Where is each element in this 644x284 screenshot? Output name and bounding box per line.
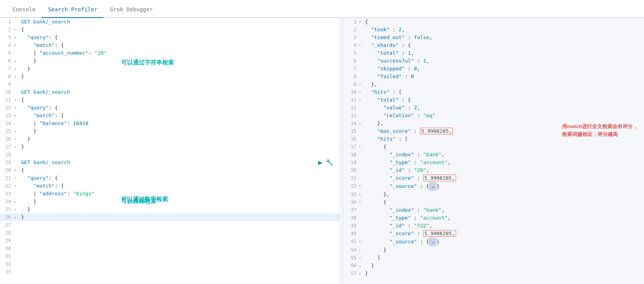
output-line-16: 16 "hits" : [ [343, 135, 644, 143]
editor-line-15: 15 ▴ } [0, 127, 340, 135]
editor-line-27: 27 [0, 221, 340, 229]
editor-line-16: 16 ▴ } [0, 135, 340, 143]
editor-line-20: 20 ▾ { [0, 166, 340, 174]
editor-line-24: 24 ▴ } [0, 198, 340, 205]
output-line-40: 40 "_score" : 5.9908285, [343, 230, 644, 238]
editor-line-10: 10 GET bank/_search [0, 88, 340, 96]
editor-line-29: 29 [0, 237, 340, 245]
editor-line-14: 14 | "balance": 16418 [0, 120, 340, 127]
score-2-value: 5.9908285, [423, 230, 456, 237]
editor-line-6: 6 ▴ } [0, 57, 340, 65]
editor-line-31: 31 [0, 252, 340, 260]
output-line-38: 38 "_type" : "account", [343, 214, 644, 222]
output-line-6: 6 "successful" : 1, [343, 57, 644, 65]
source-placeholder-1: … [429, 182, 436, 191]
output-line-54: 54 ▴ } [343, 246, 644, 254]
output-line-11: 11 ▾ "total" : { [343, 96, 644, 104]
output-line-39: 39 "_id" : "722", [343, 222, 644, 230]
output-line-18: 18 "_index" : "bank", [343, 151, 644, 159]
editor-line-25: 25 ▴ } [0, 205, 340, 213]
editor-line-28: 28 [0, 229, 340, 237]
editor-line-7: 7 ▴ } [0, 65, 340, 73]
run-button[interactable]: ▶ [318, 159, 322, 166]
output-line-55: 55 ▴ ] [343, 254, 644, 262]
output-line-8: 8 "failed" : 0 [343, 73, 644, 80]
output-line-41: 41 ▾ "_source" : {…} [343, 238, 644, 246]
tab-bar: Console Search Profiler Grok Debugger [0, 0, 644, 18]
output-line-12: 12 "value" : 2, [343, 104, 644, 112]
output-line-2: 2 "took" : 2, [343, 26, 644, 34]
editor-line-18: 18 [0, 151, 340, 159]
output-line-35: 35 ▴ }, [343, 191, 644, 198]
source-placeholder-2: … [429, 238, 436, 246]
panel-divider: ⋮ [340, 18, 343, 284]
output-line-17: 17 ▾ { [343, 143, 644, 151]
editor-line-30: 30 [0, 245, 340, 252]
output-line-15: 15 "max_score" : 5.9908285, [343, 127, 644, 135]
editor-line-2: 2 ▾ { [0, 26, 340, 34]
editor-line-9: 9 [0, 80, 340, 88]
editor-line-8: 8 ▴ } [0, 73, 340, 80]
action-buttons: ▶ 🔧 [318, 159, 333, 166]
editor-line-23: 23 | "address": "Kings" [0, 190, 340, 198]
editor-line-3: 3 ▾ "query": { [0, 34, 340, 41]
output-line-5: 5 "total" : 1, [343, 49, 644, 57]
tab-search-profiler[interactable]: Search Profiler [42, 2, 104, 18]
output-line-4: 4 ▾ "_shards" : { [343, 41, 644, 49]
wrench-button[interactable]: 🔧 [326, 159, 333, 166]
editor-line-1: 1 GET bank/_search [0, 18, 340, 26]
output-line-22: 22 ▾ "_source" : {…} [343, 182, 644, 191]
editor-line-4: 4 ▾ "match": { [0, 41, 340, 49]
output-line-19: 19 "_type" : "account", [343, 159, 644, 166]
main-layout: 可以通过字符串检索 1 GET bank/_search 2 ▾ { 3 ▾ "… [0, 18, 644, 284]
editor-line-12: 12 ▾ "query": { [0, 104, 340, 112]
max-score-value: 5.9908285, [420, 128, 453, 134]
editor-panel: 可以通过字符串检索 1 GET bank/_search 2 ▾ { 3 ▾ "… [0, 18, 340, 284]
query-block-2: 可以通过数字检索 10 GET bank/_search 11 ▾ { 12 ▾… [0, 88, 340, 159]
editor-line-11: 11 ▾ { [0, 96, 340, 104]
editor-line-22: 22 ▾ "match": { [0, 182, 340, 190]
editor-line-26: 26 ▴ } [0, 213, 340, 221]
output-line-56: 56 ▴ } [343, 262, 644, 270]
editor-line-32: 32 [0, 260, 340, 268]
editor-line-19: 19 GET bank/_search ▶ 🔧 [0, 159, 340, 166]
editor-line-17: 17 ▴ } [0, 143, 340, 151]
editor-line-21: 21 ▾ "query": { [0, 174, 340, 182]
score-1-value: 5.9908285, [423, 175, 456, 181]
output-line-36: 36 ▾ { [343, 198, 644, 206]
editor-line-5: 5 | "account_number": "20" [0, 49, 340, 57]
output-line-20: 20 "_id" : "20", [343, 166, 644, 174]
output-panel: 用match进行全文检索会有评分，检索词越相近，评分越高 1 ▾ { 2 "to… [343, 18, 644, 284]
output-line-21: 21 "_score" : 5.9908285, [343, 174, 644, 182]
editor-line-33: 33 [0, 268, 340, 276]
output-line-10: 10 ▾ "hits" : { [343, 88, 644, 96]
output-line-7: 7 "skipped" : 0, [343, 65, 644, 73]
output-line-1: 1 ▾ { [343, 18, 644, 26]
output-line-57: 57 ▴ } [343, 270, 644, 277]
tab-console[interactable]: Console [6, 2, 42, 18]
output-line-9: 9 ▴ }, [343, 80, 644, 88]
query-block-3: 可以模糊检索 19 GET bank/_search ▶ 🔧 20 ▾ { 21… [0, 159, 340, 276]
output-line-13: 13 "relation" : "eq" [343, 112, 644, 120]
editor-line-13: 13 ▾ "match": { [0, 112, 340, 120]
output-line-37: 37 "_index" : "bank", [343, 206, 644, 214]
tab-grok-debugger[interactable]: Grok Debugger [104, 2, 159, 18]
output-line-3: 3 "timed_out" : false, [343, 34, 644, 41]
output-line-14: 14 ▴ }, [343, 120, 644, 127]
query-block-1: 可以通过字符串检索 1 GET bank/_search 2 ▾ { 3 ▾ "… [0, 18, 340, 88]
